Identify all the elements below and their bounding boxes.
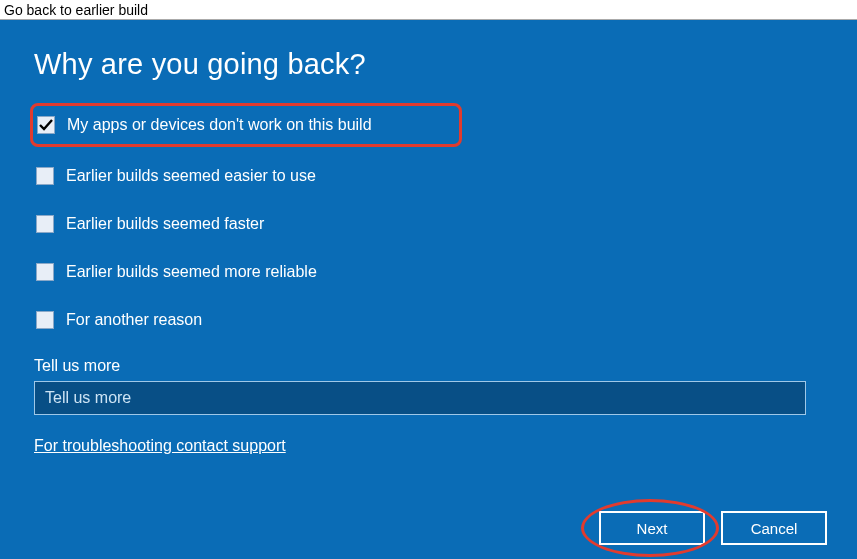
checkbox-icon[interactable]	[37, 116, 55, 134]
tell-us-more-input[interactable]	[34, 381, 806, 415]
option-label: Earlier builds seemed faster	[66, 215, 264, 233]
option-apps-devices[interactable]: My apps or devices don't work on this bu…	[30, 103, 462, 147]
checkbox-icon[interactable]	[36, 263, 54, 281]
option-easier[interactable]: Earlier builds seemed easier to use	[34, 161, 823, 191]
troubleshooting-link[interactable]: For troubleshooting contact support	[34, 437, 286, 455]
option-label: Earlier builds seemed more reliable	[66, 263, 317, 281]
page-heading: Why are you going back?	[34, 48, 823, 81]
dialog-footer: Next Cancel	[599, 511, 827, 545]
checkbox-icon[interactable]	[36, 311, 54, 329]
option-another-reason[interactable]: For another reason	[34, 305, 823, 335]
option-faster[interactable]: Earlier builds seemed faster	[34, 209, 823, 239]
dialog-window: Go back to earlier build Why are you goi…	[0, 0, 857, 559]
dialog-content: Why are you going back? My apps or devic…	[0, 20, 857, 559]
checkbox-icon[interactable]	[36, 215, 54, 233]
option-label: For another reason	[66, 311, 202, 329]
option-label: Earlier builds seemed easier to use	[66, 167, 316, 185]
window-title: Go back to earlier build	[4, 2, 148, 18]
cancel-button[interactable]: Cancel	[721, 511, 827, 545]
checkbox-icon[interactable]	[36, 167, 54, 185]
next-button[interactable]: Next	[599, 511, 705, 545]
reason-options: My apps or devices don't work on this bu…	[34, 103, 823, 353]
option-label: My apps or devices don't work on this bu…	[67, 116, 372, 134]
tell-us-more-label: Tell us more	[34, 357, 823, 375]
option-reliable[interactable]: Earlier builds seemed more reliable	[34, 257, 823, 287]
window-titlebar: Go back to earlier build	[0, 0, 857, 20]
